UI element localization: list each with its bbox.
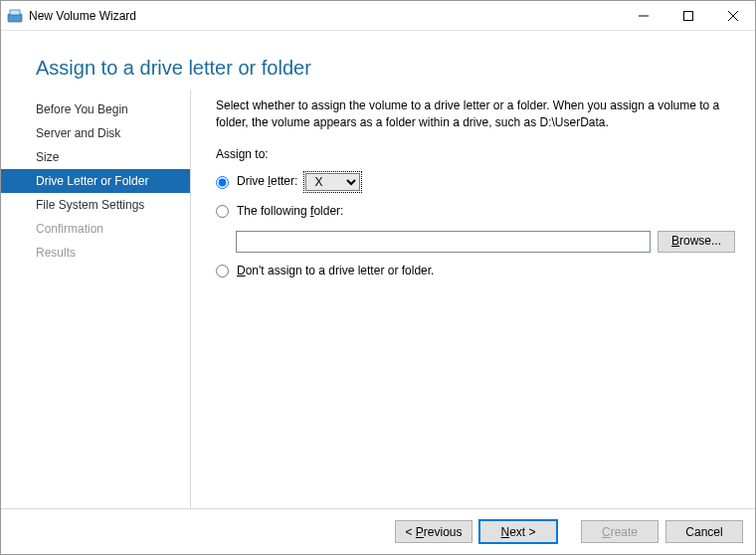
- assign-to-label: Assign to:: [216, 146, 735, 163]
- page-title: Assign to a drive letter or folder: [36, 57, 755, 80]
- folder-path-row: Browse...: [236, 231, 735, 253]
- app-icon: [7, 8, 23, 24]
- previous-button[interactable]: < Previous: [395, 520, 472, 543]
- radio-folder-label: The following folder:: [237, 203, 343, 220]
- close-button[interactable]: [710, 1, 755, 30]
- svg-rect-1: [10, 10, 20, 15]
- drive-letter-select[interactable]: X: [305, 173, 360, 191]
- maximize-button[interactable]: [665, 1, 710, 30]
- wizard-sidebar: Before You Begin Server and Disk Size Dr…: [1, 90, 191, 508]
- minimize-button[interactable]: [621, 1, 665, 30]
- sidebar-item-file-system-settings[interactable]: File System Settings: [1, 193, 190, 217]
- drive-select-focus-ring: X: [303, 171, 362, 193]
- radio-row-none[interactable]: Don't assign to a drive letter or folder…: [216, 263, 735, 279]
- sidebar-item-server-and-disk[interactable]: Server and Disk: [1, 121, 190, 145]
- radio-row-drive-letter[interactable]: Drive letter: X: [216, 171, 735, 193]
- assign-radio-group: Drive letter: X The following folder: Br…: [216, 171, 735, 279]
- browse-button[interactable]: Browse...: [658, 231, 735, 253]
- radio-folder[interactable]: [216, 205, 229, 218]
- radio-drive-letter-label: Drive letter:: [237, 173, 297, 190]
- radio-drive-letter[interactable]: [216, 176, 229, 189]
- svg-rect-3: [683, 11, 692, 20]
- cancel-button[interactable]: Cancel: [665, 520, 743, 543]
- window-controls: [621, 1, 755, 30]
- radio-dont-assign-label: Don't assign to a drive letter or folder…: [237, 263, 434, 279]
- sidebar-item-results: Results: [1, 241, 190, 265]
- radio-dont-assign[interactable]: [216, 265, 229, 278]
- create-button: Create: [581, 520, 659, 543]
- sidebar-item-size[interactable]: Size: [1, 145, 190, 169]
- wizard-footer: < Previous Next > Create Cancel: [1, 508, 755, 554]
- wizard-header: Assign to a drive letter or folder: [1, 31, 755, 90]
- next-button[interactable]: Next >: [479, 520, 557, 543]
- sidebar-item-before-you-begin[interactable]: Before You Begin: [1, 97, 190, 121]
- sidebar-item-drive-letter-or-folder[interactable]: Drive Letter or Folder: [1, 169, 190, 193]
- titlebar: New Volume Wizard: [1, 1, 755, 31]
- wizard-content: Select whether to assign the volume to a…: [191, 90, 755, 508]
- sidebar-item-confirmation: Confirmation: [1, 217, 190, 241]
- wizard-body: Before You Begin Server and Disk Size Dr…: [1, 90, 755, 508]
- window-title: New Volume Wizard: [29, 9, 136, 23]
- intro-text: Select whether to assign the volume to a…: [216, 97, 735, 132]
- radio-row-folder[interactable]: The following folder:: [216, 203, 735, 220]
- folder-path-input[interactable]: [236, 231, 651, 253]
